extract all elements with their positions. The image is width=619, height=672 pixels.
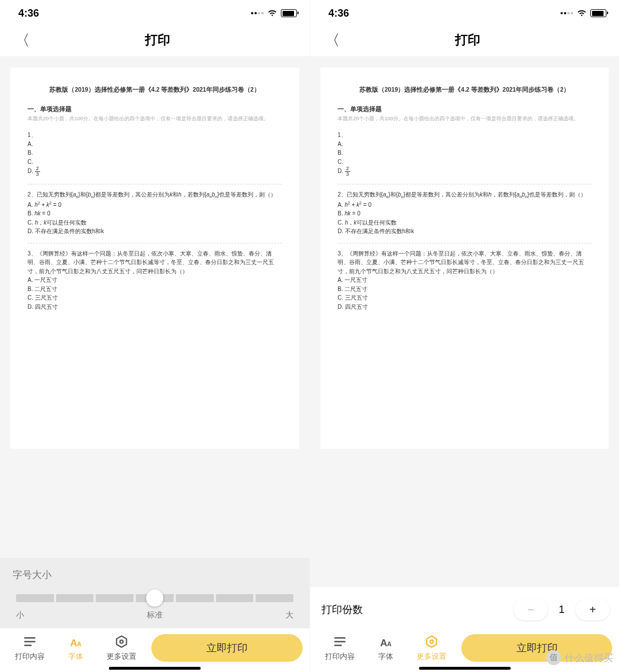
question-1: 1、 A. B. C. D. 23 bbox=[28, 131, 282, 177]
watermark-badge-icon: 值 bbox=[546, 650, 561, 665]
svg-text:A: A bbox=[387, 640, 391, 647]
slider-thumb[interactable] bbox=[146, 590, 163, 607]
question-2: 2、已知无穷数列{an}和{bn}都是等差数列，其公差分别为k和h，若数列{an… bbox=[338, 190, 591, 235]
toolbar: 打印内容 AA 字体 更多设置 立即打印 bbox=[0, 628, 310, 672]
back-button[interactable]: 〈 bbox=[320, 30, 344, 50]
copies-stepper: − 1 + bbox=[514, 599, 610, 620]
copies-label: 打印份数 bbox=[322, 603, 363, 616]
doc-title: 苏教版（2019）选择性必修第一册《4.2 等差数列》2021年同步练习卷（2） bbox=[338, 85, 591, 94]
question-3: 3、《周髀算经》有这样一个问题：从冬至日起，依次小寒、大寒、立春、雨水、惊蛰、春… bbox=[28, 249, 282, 312]
section-title: 一、单项选择题 bbox=[28, 104, 282, 113]
font-icon: AA bbox=[378, 634, 393, 649]
section-subtitle: 本题共20个小题，共100分。在每小题给出的四个选项中，仅有一项是符合题目要求的… bbox=[338, 115, 591, 123]
status-time: 4:36 bbox=[328, 7, 349, 19]
section-title: 一、单项选择题 bbox=[338, 104, 591, 113]
question-2: 2、已知无穷数列{an}和{bn}都是等差数列，其公差分别为k和h，若数列{an… bbox=[28, 190, 282, 235]
page-title: 打印 bbox=[34, 32, 281, 49]
watermark-text: 什么值得买 bbox=[565, 651, 613, 665]
gear-icon bbox=[424, 634, 439, 649]
slider-label-small: 小 bbox=[16, 610, 24, 620]
question-1: 1、 A. B. C. D. 23 bbox=[338, 131, 591, 177]
copies-decrement[interactable]: − bbox=[514, 599, 548, 620]
print-button[interactable]: 立即打印 bbox=[151, 634, 303, 662]
doc-title: 苏教版（2019）选择性必修第一册《4.2 等差数列》2021年同步练习卷（2） bbox=[28, 85, 282, 94]
question-3: 3、《周髀算经》有这样一个问题：从冬至日起，依次小寒、大寒、立春、雨水、惊蛰、春… bbox=[338, 249, 591, 312]
status-icons bbox=[561, 9, 606, 17]
slider-label-large: 大 bbox=[285, 610, 293, 620]
tab-print-content[interactable]: 打印内容 bbox=[319, 634, 361, 662]
tab-font[interactable]: AA 字体 bbox=[365, 634, 406, 662]
document-preview[interactable]: 苏教版（2019）选择性必修第一册《4.2 等差数列》2021年同步练习卷（2）… bbox=[10, 68, 299, 449]
svg-point-7 bbox=[430, 640, 433, 643]
svg-marker-2 bbox=[116, 636, 126, 647]
svg-marker-6 bbox=[426, 636, 436, 647]
font-size-slider[interactable] bbox=[13, 594, 297, 602]
cellular-icon bbox=[561, 12, 573, 14]
status-bar: 4:36 bbox=[0, 0, 310, 24]
status-bar: 4:36 bbox=[310, 0, 619, 24]
list-icon bbox=[22, 634, 37, 649]
copies-increment[interactable]: + bbox=[575, 599, 610, 620]
wifi-icon bbox=[577, 9, 587, 17]
bottom-controls: 字号大小 小 标准 大 打印内容 bbox=[0, 558, 310, 672]
watermark: 值 什么值得买 bbox=[546, 650, 613, 665]
page-title: 打印 bbox=[344, 32, 590, 49]
battery-icon bbox=[281, 9, 297, 17]
copies-value: 1 bbox=[548, 604, 575, 616]
document-preview[interactable]: 苏教版（2019）选择性必修第一册《4.2 等差数列》2021年同步练习卷（2）… bbox=[320, 68, 609, 449]
tab-more-settings[interactable]: 更多设置 bbox=[101, 634, 142, 662]
font-size-label: 字号大小 bbox=[13, 568, 297, 581]
back-button[interactable]: 〈 bbox=[10, 30, 34, 50]
tab-print-content[interactable]: 打印内容 bbox=[9, 634, 50, 662]
slider-label-standard: 标准 bbox=[147, 610, 163, 620]
nav-bar: 〈 打印 bbox=[0, 24, 310, 56]
tab-font[interactable]: AA 字体 bbox=[55, 634, 96, 662]
wifi-icon bbox=[267, 9, 277, 17]
tab-more-settings[interactable]: 更多设置 bbox=[411, 634, 452, 662]
status-time: 4:36 bbox=[18, 7, 39, 19]
svg-text:A: A bbox=[77, 640, 81, 647]
svg-point-3 bbox=[120, 640, 123, 643]
gear-icon bbox=[114, 634, 129, 649]
font-icon: AA bbox=[68, 634, 83, 649]
font-size-panel: 字号大小 小 标准 大 bbox=[0, 558, 310, 628]
preview-area: 苏教版（2019）选择性必修第一册《4.2 等差数列》2021年同步练习卷（2）… bbox=[310, 56, 619, 672]
copies-panel: 打印份数 − 1 + bbox=[310, 587, 619, 628]
status-icons bbox=[251, 9, 297, 17]
battery-icon bbox=[590, 9, 606, 17]
home-indicator[interactable] bbox=[419, 667, 511, 670]
list-icon bbox=[332, 634, 347, 649]
nav-bar: 〈 打印 bbox=[310, 24, 619, 56]
cellular-icon bbox=[251, 12, 264, 14]
section-subtitle: 本题共20个小题，共100分。在每小题给出的四个选项中，仅有一项是符合题目要求的… bbox=[28, 115, 282, 123]
home-indicator[interactable] bbox=[109, 667, 201, 670]
